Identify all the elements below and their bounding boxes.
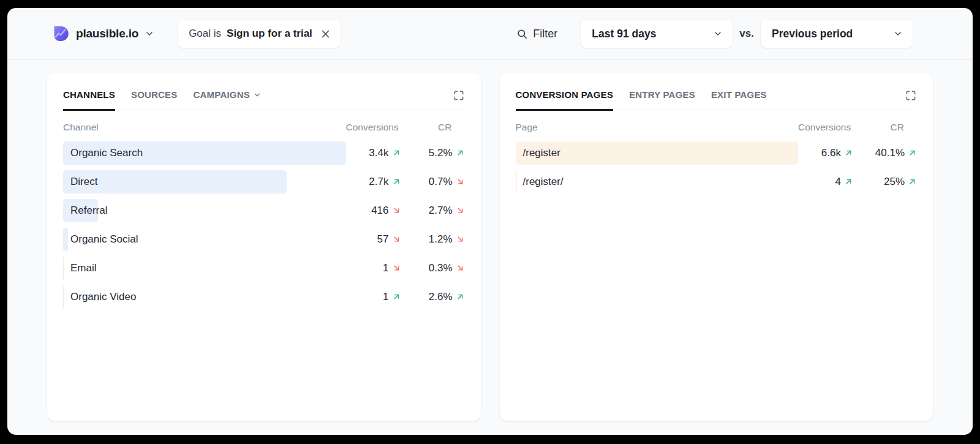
table-row[interactable]: /register/425%	[516, 167, 918, 196]
conversions-value: 4	[835, 176, 841, 188]
site-name: plausible.io	[76, 27, 138, 40]
tab-label: CONVERSION PAGES	[516, 89, 614, 100]
chevron-down-icon	[893, 29, 903, 39]
trend-up-icon	[908, 148, 917, 157]
trend-up-icon	[844, 177, 853, 186]
goal-filter-chip[interactable]: Goal is Sign up for a trial	[178, 20, 341, 48]
trend-down-icon	[456, 235, 465, 244]
cr-value-cell: 5.2%	[401, 147, 465, 159]
tab-campaigns[interactable]: CAMPAIGNS	[194, 89, 262, 111]
cr-value: 40.1%	[875, 147, 905, 159]
tab-sources[interactable]: SOURCES	[131, 89, 178, 111]
cr-value: 5.2%	[429, 147, 453, 159]
column-header-name: Page	[516, 122, 799, 133]
tab-label: CAMPAIGNS	[194, 89, 250, 100]
trend-up-icon	[456, 292, 465, 301]
column-header-cr: CR	[401, 122, 465, 133]
conversions-value: 3.4k	[369, 147, 388, 159]
plausible-logo-icon	[51, 24, 70, 43]
channels-panel: CHANNELS SOURCES CAMPAIGNS Channel	[47, 73, 481, 421]
trend-up-icon	[392, 148, 401, 157]
expand-button[interactable]	[905, 89, 917, 102]
close-icon[interactable]	[320, 29, 331, 39]
table-row[interactable]: Organic Search3.4k5.2%	[63, 138, 465, 167]
conversions-value-cell: 4	[798, 176, 853, 188]
trend-up-icon	[392, 177, 401, 186]
row-label[interactable]: Email	[63, 262, 97, 274]
chevron-down-icon	[253, 91, 262, 99]
trend-up-icon	[844, 148, 853, 157]
row-name-cell: Organic Social	[63, 228, 346, 251]
row-label[interactable]: /register/	[516, 176, 564, 188]
row-label[interactable]: Organic Video	[63, 291, 136, 303]
vs-label: vs.	[739, 28, 754, 40]
cr-value: 25%	[884, 176, 905, 188]
trend-down-icon	[456, 263, 465, 273]
conversions-value: 2.7k	[369, 176, 388, 188]
table-row[interactable]: Direct2.7k0.7%	[63, 167, 465, 196]
row-name-cell: /register	[516, 141, 799, 165]
comparison-select[interactable]: Previous period	[761, 20, 913, 48]
tab-label: CHANNELS	[63, 89, 115, 100]
filter-chip-prefix: Goal is	[189, 28, 221, 40]
row-name-cell: Referral	[63, 199, 346, 222]
row-label[interactable]: Organic Search	[63, 147, 143, 159]
tab-channels[interactable]: CHANNELS	[63, 89, 115, 111]
tab-label: EXIT PAGES	[711, 89, 767, 100]
chevron-down-icon	[713, 29, 723, 39]
table-row[interactable]: Referral4162.7%	[63, 196, 465, 225]
table-row[interactable]: Organic Social571.2%	[63, 225, 465, 254]
table-row[interactable]: Email10.3%	[63, 254, 465, 282]
cr-value: 0.3%	[429, 262, 453, 274]
cr-value: 2.6%	[429, 291, 453, 303]
conversions-value-cell: 6.6k	[798, 147, 853, 159]
trend-down-icon	[456, 177, 465, 186]
site-switcher[interactable]: plausible.io	[51, 24, 154, 43]
conversions-value: 6.6k	[821, 147, 841, 159]
cr-value: 0.7%	[429, 176, 453, 188]
cr-value-cell: 2.7%	[401, 205, 465, 217]
conversions-value-cell: 3.4k	[346, 147, 401, 159]
conversions-value: 1	[383, 291, 388, 303]
row-name-cell: Organic Search	[63, 141, 346, 165]
trend-up-icon	[908, 177, 917, 186]
conversions-value-cell: 57	[346, 233, 401, 246]
cr-value-cell: 25%	[853, 176, 917, 188]
expand-icon	[905, 89, 917, 102]
tab-conversion-pages[interactable]: CONVERSION PAGES	[516, 89, 614, 111]
column-header-name: Channel	[63, 122, 346, 133]
row-label[interactable]: Organic Social	[63, 233, 138, 246]
column-header-cr: CR	[853, 122, 917, 133]
chevron-down-icon	[145, 29, 154, 39]
filter-button[interactable]: Filter	[516, 28, 557, 40]
trend-up-icon	[392, 292, 401, 301]
date-range-select[interactable]: Last 91 days	[581, 20, 733, 48]
trend-down-icon	[392, 235, 401, 244]
filter-button-label: Filter	[533, 28, 557, 40]
filter-chip-value: Sign up for a trial	[227, 28, 312, 40]
row-label[interactable]: /register	[516, 147, 560, 159]
trend-up-icon	[456, 148, 465, 157]
cr-value: 2.7%	[429, 205, 453, 217]
row-label[interactable]: Direct	[63, 176, 97, 188]
top-bar: plausible.io Goal is Sign up for a trial…	[7, 8, 973, 60]
expand-button[interactable]	[453, 89, 465, 102]
cr-value: 1.2%	[429, 233, 453, 246]
tab-entry-pages[interactable]: ENTRY PAGES	[629, 89, 695, 111]
dashboard-frame: plausible.io Goal is Sign up for a trial…	[7, 8, 973, 435]
table-row[interactable]: /register6.6k40.1%	[516, 138, 918, 167]
row-name-cell: Direct	[63, 170, 346, 194]
table-row[interactable]: Organic Video12.6%	[63, 282, 465, 311]
main-content: CHANNELS SOURCES CAMPAIGNS Channel	[7, 60, 973, 421]
expand-icon	[453, 89, 465, 102]
channels-column-headers: Channel Conversions CR	[63, 110, 465, 138]
channels-tabs: CHANNELS SOURCES CAMPAIGNS	[63, 73, 465, 110]
column-header-conversions: Conversions	[798, 122, 853, 133]
conversions-value: 1	[383, 262, 388, 274]
pages-tabs: CONVERSION PAGES ENTRY PAGES EXIT PAGES	[516, 73, 918, 110]
trend-down-icon	[392, 263, 401, 273]
tab-exit-pages[interactable]: EXIT PAGES	[711, 89, 767, 111]
row-label[interactable]: Referral	[63, 205, 107, 217]
pages-column-headers: Page Conversions CR	[516, 110, 918, 138]
cr-value-cell: 0.7%	[401, 176, 465, 188]
